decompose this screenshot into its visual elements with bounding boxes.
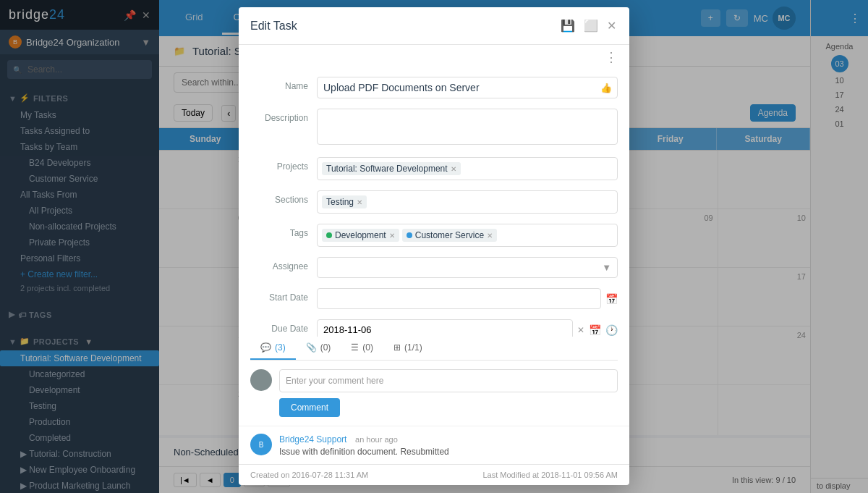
assignee-caret-icon: ▼	[602, 262, 611, 273]
start-date-label: Start Date	[250, 288, 308, 303]
due-date-calendar-icon[interactable]: 📅	[589, 324, 601, 336]
comment-time-label: an hour ago	[355, 435, 398, 444]
assignee-field: ▼	[317, 257, 618, 278]
attachment-icon: 📎	[306, 342, 317, 353]
customer-service-tag-label: Customer Service	[415, 230, 484, 240]
section-tag-remove[interactable]: ✕	[357, 198, 362, 206]
description-row: Description	[250, 109, 618, 147]
due-date-row: Due Date ✕ 📅 🕐	[250, 319, 618, 337]
checklist-icon: ☰	[351, 342, 359, 353]
comment-submit-button[interactable]: Comment	[279, 398, 340, 417]
modal-kebab-menu[interactable]: ⋮	[605, 49, 618, 65]
sections-label: Sections	[250, 190, 308, 205]
tab-subtasks[interactable]: ⊞ (1/1)	[383, 337, 433, 360]
tab-comments-label: (3)	[275, 342, 286, 353]
start-date-calendar-icon[interactable]: 📅	[605, 293, 618, 305]
description-field	[317, 109, 618, 147]
development-tag-dot	[326, 232, 332, 238]
start-date-row: Start Date 📅	[250, 288, 618, 309]
comment-author-avatar: B	[250, 434, 272, 455]
section-tag-label: Testing	[326, 197, 354, 207]
tab-checklists-label: (0)	[362, 342, 373, 353]
due-date-label: Due Date	[250, 319, 308, 334]
thumbs-up-icon[interactable]: 👍	[600, 83, 612, 93]
modal-expand-button[interactable]: ⬜	[582, 17, 600, 34]
name-row: Name 👍	[250, 77, 618, 98]
development-tag-remove[interactable]: ✕	[389, 232, 395, 240]
current-user-avatar	[250, 369, 272, 391]
comment-input[interactable]: Enter your comment here	[279, 369, 618, 392]
assignee-select[interactable]: ▼	[317, 257, 618, 278]
start-date-input[interactable]	[317, 288, 601, 309]
subtask-icon: ⊞	[393, 342, 401, 353]
customer-service-tag-dot	[407, 232, 412, 238]
name-field-wrap: 👍	[317, 77, 618, 98]
modal-kebab-row: ⋮	[239, 45, 629, 65]
projects-field: Tutorial: Software Development ✕	[317, 157, 618, 180]
sections-field: Testing ✕	[317, 190, 618, 214]
comment-area: Enter your comment here Comment	[239, 361, 629, 426]
development-tag-label: Development	[335, 230, 386, 240]
modal-body: Name 👍 Description Projects	[239, 65, 629, 337]
project-tag: Tutorial: Software Development ✕	[322, 162, 461, 175]
tag-customer-service: Customer Service ✕	[402, 229, 497, 242]
due-date-wrap: ✕ 📅 🕐	[317, 319, 618, 337]
modal-title: Edit Task	[250, 20, 297, 33]
assignee-label: Assignee	[250, 257, 308, 271]
tab-checklists[interactable]: ☰ (0)	[341, 337, 383, 360]
tags-field: Development ✕ Customer Service ✕	[317, 224, 618, 247]
comment-placeholder: Enter your comment here	[286, 376, 383, 386]
tab-attachments-label: (0)	[320, 342, 331, 353]
modal-header-actions: 💾 ⬜ ✕	[559, 17, 618, 34]
tab-subtasks-label: (1/1)	[404, 342, 422, 353]
projects-label: Projects	[250, 157, 308, 172]
name-label: Name	[250, 77, 308, 91]
modal-header: Edit Task 💾 ⬜ ✕	[239, 7, 629, 45]
comment-entry-0: B Bridge24 Support an hour ago Issue wit…	[239, 426, 629, 464]
project-tag-label: Tutorial: Software Development	[326, 164, 448, 174]
comment-content-0: Bridge24 Support an hour ago Issue with …	[279, 434, 618, 457]
due-date-clear-icon[interactable]: ✕	[577, 325, 584, 335]
sections-row: Sections Testing ✕	[250, 190, 618, 214]
tab-attachments[interactable]: 📎 (0)	[296, 337, 341, 360]
due-date-field: ✕ 📅 🕐	[317, 319, 618, 337]
modal-tabs: 💬 (3) 📎 (0) ☰ (0) ⊞ (1/1)	[250, 337, 618, 361]
customer-service-tag-remove[interactable]: ✕	[487, 232, 493, 240]
tags-row: Tags Development ✕ Customer Service ✕	[250, 224, 618, 247]
edit-task-modal: Edit Task 💾 ⬜ ✕ ⋮ Name 👍 Description	[239, 7, 629, 485]
comment-input-row: Enter your comment here	[250, 369, 618, 392]
task-name-input[interactable]	[317, 77, 618, 98]
comment-icon: 💬	[260, 342, 271, 353]
modal-save-icon[interactable]: 💾	[559, 17, 576, 34]
tab-comments[interactable]: 💬 (3)	[250, 337, 296, 360]
description-label: Description	[250, 109, 308, 123]
modal-overlay: Edit Task 💾 ⬜ ✕ ⋮ Name 👍 Description	[0, 0, 868, 493]
project-tag-remove[interactable]: ✕	[451, 165, 456, 173]
due-date-clock-icon[interactable]: 🕐	[605, 324, 618, 336]
created-label: Created on 2016-07-28 11:31 AM	[250, 471, 368, 479]
comment-text: Issue with definition document. Resubmit…	[279, 447, 618, 457]
due-date-input[interactable]	[317, 319, 573, 337]
sections-tag-field[interactable]: Testing ✕	[317, 190, 618, 214]
start-date-wrap: 📅	[317, 288, 618, 309]
modal-close-button[interactable]: ✕	[605, 17, 618, 34]
projects-row: Projects Tutorial: Software Development …	[250, 157, 618, 180]
comment-author-label: Bridge24 Support	[279, 434, 346, 444]
modal-footer: Created on 2016-07-28 11:31 AM Last Modi…	[239, 464, 629, 485]
section-tag-testing: Testing ✕	[322, 195, 367, 208]
tag-development: Development ✕	[322, 229, 399, 242]
tags-tag-field[interactable]: Development ✕ Customer Service ✕	[317, 224, 618, 247]
tags-label: Tags	[250, 224, 308, 238]
last-modified-label: Last Modified at 2018-11-01 09:56 AM	[482, 471, 618, 479]
assignee-row: Assignee ▼	[250, 257, 618, 278]
start-date-field: 📅	[317, 288, 618, 309]
description-input[interactable]	[317, 109, 618, 145]
projects-tag-field[interactable]: Tutorial: Software Development ✕	[317, 157, 618, 180]
